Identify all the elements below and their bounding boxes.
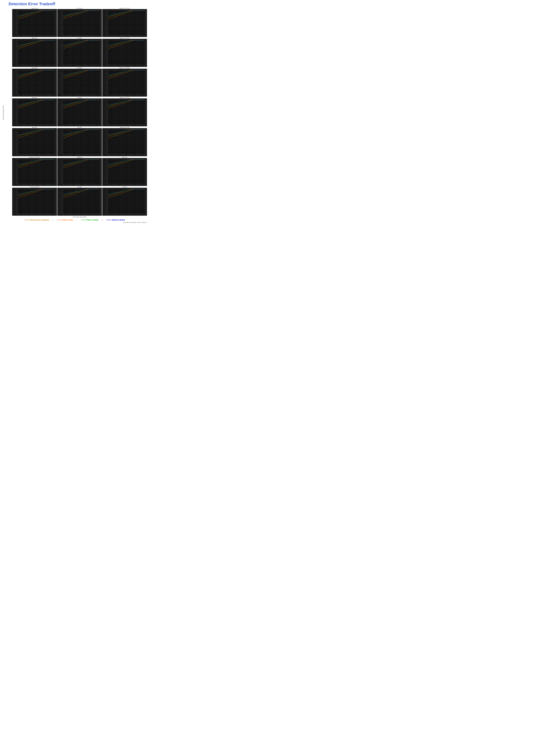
svg-text:1e-4: 1e-4 — [16, 213, 17, 213]
chart-right-and-left-middle: Right and Left Middle5e-12e-11e-15e-22e-… — [102, 67, 147, 97]
svg-text:1e-4: 1e-4 — [71, 214, 72, 215]
svg-text:5e-3: 5e-3 — [16, 23, 17, 24]
svg-text:5e-3: 5e-3 — [106, 202, 107, 203]
svg-text:2e-1: 2e-1 — [61, 103, 62, 103]
chart-right-slap: Right Slap5e-12e-11e-15e-22e-21e-25e-32e… — [57, 157, 102, 186]
svg-text:2e-4: 2e-4 — [106, 181, 107, 182]
svg-text:1e-2: 1e-2 — [106, 171, 107, 171]
chart-left-index: Left Index5e-12e-11e-15e-22e-21e-25e-32e… — [57, 37, 102, 67]
svg-text:1e-1: 1e-1 — [49, 95, 50, 96]
svg-text:1e-3: 1e-3 — [123, 184, 125, 185]
svg-text:2e-4: 2e-4 — [16, 181, 17, 182]
svg-rect-2731 — [108, 129, 145, 154]
svg-text:1e-1: 1e-1 — [106, 45, 107, 46]
svg-text:2e-3: 2e-3 — [61, 26, 62, 27]
legend-label-plain-rolled: Plain to Rolled — [86, 219, 98, 221]
svg-text:5e-3: 5e-3 — [61, 172, 62, 173]
svg-text:2e-1: 2e-1 — [106, 132, 107, 133]
svg-text:2e-3: 2e-3 — [61, 175, 62, 176]
svg-text:2e-3: 2e-3 — [106, 205, 107, 205]
svg-text:1e-1: 1e-1 — [139, 66, 140, 66]
svg-text:1e-1: 1e-1 — [106, 194, 107, 195]
svg-text:1e-1: 1e-1 — [106, 75, 107, 75]
svg-text:5e-1: 5e-1 — [61, 130, 62, 130]
svg-text:5e-4: 5e-4 — [16, 30, 17, 30]
chart-right-index-and-ring: Right Index and Ring5e-12e-11e-15e-22e-2… — [12, 157, 57, 186]
chart-left-ring: Left Ring5e-12e-11e-15e-22e-21e-25e-32e-… — [57, 97, 102, 126]
svg-text:1e-5: 1e-5 — [63, 125, 64, 126]
svg-text:5e-3: 5e-3 — [129, 66, 130, 66]
chart-title: Right and Left Thumb — [102, 8, 147, 9]
svg-text:5e-2: 5e-2 — [16, 136, 17, 137]
svg-text:5e-5: 5e-5 — [113, 66, 114, 66]
svg-text:1e-1: 1e-1 — [139, 184, 140, 185]
svg-text:1e-1: 1e-1 — [16, 194, 17, 195]
svg-text:5e-2: 5e-2 — [91, 125, 92, 126]
svg-text:5e-5: 5e-5 — [68, 155, 69, 155]
svg-text:5e-4: 5e-4 — [76, 184, 77, 185]
svg-text:1e-4: 1e-4 — [106, 64, 107, 65]
svg-text:5e-1: 5e-1 — [54, 125, 55, 126]
svg-text:5e-3: 5e-3 — [61, 143, 62, 143]
svg-text:5e-1: 5e-1 — [16, 159, 17, 160]
svg-text:5e-2: 5e-2 — [16, 166, 17, 166]
svg-text:1e-1: 1e-1 — [94, 95, 95, 96]
svg-rect-586 — [18, 40, 55, 65]
svg-text:1e-1: 1e-1 — [49, 36, 50, 36]
svg-text:5e-1: 5e-1 — [54, 66, 55, 66]
svg-text:1e-1: 1e-1 — [61, 15, 62, 16]
svg-text:5e-1: 5e-1 — [106, 159, 107, 160]
svg-text:5e-4: 5e-4 — [31, 95, 32, 96]
legend-line-plain-plain — [57, 220, 61, 220]
svg-text:1e-4: 1e-4 — [71, 95, 72, 96]
svg-rect-2926 — [18, 159, 55, 184]
svg-text:5e-4: 5e-4 — [121, 66, 122, 66]
svg-text:5e-1: 5e-1 — [99, 66, 100, 66]
svg-text:5e-4: 5e-4 — [121, 95, 122, 96]
svg-text:5e-4: 5e-4 — [16, 89, 17, 90]
svg-text:1e-1: 1e-1 — [94, 184, 95, 185]
svg-rect-1366 — [62, 70, 100, 95]
svg-text:5e-3: 5e-3 — [84, 214, 85, 215]
svg-text:2e-1: 2e-1 — [16, 13, 17, 14]
chart-right-hand: Right Hand5e-12e-11e-15e-22e-21e-25e-32e… — [102, 157, 147, 186]
svg-text:2e-4: 2e-4 — [61, 92, 62, 93]
svg-text:1e-1: 1e-1 — [106, 104, 107, 105]
svg-text:5e-1: 5e-1 — [144, 66, 145, 66]
svg-text:2e-1: 2e-1 — [106, 43, 107, 44]
svg-text:2e-3: 2e-3 — [16, 56, 17, 56]
svg-text:5e-1: 5e-1 — [99, 155, 100, 155]
svg-text:5e-2: 5e-2 — [46, 184, 48, 185]
svg-text:1e-1: 1e-1 — [16, 75, 17, 75]
svg-text:1e-3: 1e-3 — [123, 214, 125, 215]
svg-text:1e-3: 1e-3 — [61, 147, 62, 148]
svg-text:1e-2: 1e-2 — [131, 155, 132, 155]
svg-text:1e-2: 1e-2 — [41, 155, 42, 155]
svg-text:1e-1: 1e-1 — [61, 134, 62, 135]
svg-text:1e-2: 1e-2 — [86, 36, 87, 36]
svg-text:1e-4: 1e-4 — [106, 94, 107, 95]
svg-text:1e-3: 1e-3 — [78, 66, 79, 66]
svg-text:1e-5: 1e-5 — [18, 125, 19, 126]
svg-text:1e-2: 1e-2 — [106, 111, 107, 111]
svg-text:5e-5: 5e-5 — [68, 125, 69, 126]
svg-text:1e-1: 1e-1 — [106, 164, 107, 165]
svg-text:2e-1: 2e-1 — [106, 192, 107, 192]
svg-text:2e-2: 2e-2 — [106, 198, 107, 199]
svg-text:5e-2: 5e-2 — [91, 66, 92, 66]
svg-text:5e-4: 5e-4 — [76, 214, 77, 215]
svg-text:1e-3: 1e-3 — [33, 184, 34, 185]
x-axis-label: False Match Rate (FMR) — [12, 216, 147, 218]
svg-text:2e-4: 2e-4 — [16, 92, 17, 93]
svg-text:5e-2: 5e-2 — [16, 17, 17, 18]
chart-right-thumb: Right Thumb5e-12e-11e-15e-22e-21e-25e-32… — [12, 8, 57, 37]
svg-text:2e-4: 2e-4 — [16, 62, 17, 63]
svg-text:5e-5: 5e-5 — [68, 66, 69, 66]
svg-text:5e-2: 5e-2 — [61, 136, 62, 137]
svg-text:5e-3: 5e-3 — [61, 83, 62, 83]
svg-text:5e-4: 5e-4 — [61, 30, 62, 30]
svg-text:5e-1: 5e-1 — [16, 130, 17, 130]
svg-text:1e-2: 1e-2 — [86, 125, 87, 126]
svg-text:5e-3: 5e-3 — [16, 113, 17, 113]
svg-text:2e-4: 2e-4 — [61, 151, 62, 152]
